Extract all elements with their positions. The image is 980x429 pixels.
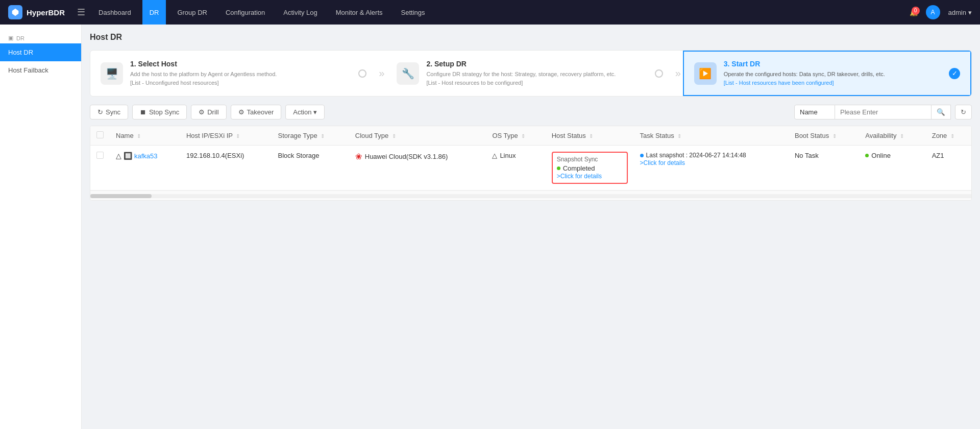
wizard-sep-1: » bbox=[377, 51, 386, 96]
host-vm-icon: 🔲 bbox=[124, 152, 132, 160]
sync-icon: ↻ bbox=[97, 108, 103, 116]
row-os-type-cell: △ Linux bbox=[486, 146, 545, 190]
name-sort-icon: ⇕ bbox=[137, 133, 141, 139]
zone-sort-icon: ⇕ bbox=[950, 133, 954, 139]
nav-group-dr[interactable]: Group DR bbox=[170, 0, 214, 25]
task-status-link[interactable]: >Click for details bbox=[640, 159, 685, 166]
wizard-step-3-title: 3. Start DR bbox=[724, 60, 942, 68]
col-host-status[interactable]: Host Status ⇕ bbox=[546, 126, 634, 146]
search-group: Name IP 🔍 bbox=[794, 105, 951, 120]
col-name[interactable]: Name ⇕ bbox=[110, 126, 180, 146]
nav-settings[interactable]: Settings bbox=[394, 0, 432, 25]
wizard-steps: 🖥️ 1. Select Host Add the host to the pl… bbox=[90, 50, 972, 97]
bell-badge: 0 bbox=[912, 7, 920, 15]
row-task-status-cell: Last snapshot : 2024-06-27 14:14:48 >Cli… bbox=[634, 146, 789, 190]
drill-icon: ⚙ bbox=[199, 108, 205, 116]
row-boot-status-cell: No Task bbox=[789, 146, 859, 190]
search-input[interactable] bbox=[835, 105, 932, 120]
host-status-dot bbox=[557, 166, 560, 170]
storage-sort-icon: ⇕ bbox=[321, 133, 325, 139]
host-status-sort-icon: ⇕ bbox=[589, 133, 593, 139]
action-button[interactable]: Action ▾ bbox=[285, 105, 325, 120]
sidebar-section-label: DR bbox=[16, 35, 24, 41]
nav-dr[interactable]: DR bbox=[142, 0, 166, 25]
row-name-cell: △ 🔲 kafka53 bbox=[110, 146, 180, 190]
host-name-link[interactable]: kafka53 bbox=[134, 152, 158, 160]
task-status-content: Last snapshot : 2024-06-27 14:14:48 >Cli… bbox=[640, 152, 782, 166]
user-chevron: ▾ bbox=[968, 9, 972, 16]
main-content: Host DR 🖥️ 1. Select Host Add the host t… bbox=[82, 25, 980, 429]
wizard-step-2-icon: 🔧 bbox=[397, 62, 419, 85]
host-status-label: Snapshot Sync bbox=[557, 156, 623, 163]
row-cloud-type-cell: ❀ Huawei Cloud(SDK v3.1.86) bbox=[349, 146, 486, 190]
col-checkbox bbox=[90, 126, 110, 146]
os-sort-icon: ⇕ bbox=[521, 133, 525, 139]
col-zone[interactable]: Zone ⇕ bbox=[926, 126, 971, 146]
user-menu[interactable]: admin ▾ bbox=[948, 9, 972, 16]
col-storage-type[interactable]: Storage Type ⇕ bbox=[272, 126, 349, 146]
wizard-step-1-icon: 🖥️ bbox=[101, 62, 123, 85]
row-host-ip-cell: 192.168.10.4(ESXi) bbox=[180, 146, 272, 190]
hamburger-menu[interactable]: ☰ bbox=[75, 5, 87, 20]
sync-button[interactable]: ↻ Sync bbox=[90, 105, 128, 120]
stop-sync-icon: ⏹ bbox=[140, 108, 146, 116]
col-task-status[interactable]: Task Status ⇕ bbox=[634, 126, 789, 146]
top-navigation: HyperBDR ☰ Dashboard DR Group DR Configu… bbox=[0, 0, 980, 25]
sidebar-item-host-dr[interactable]: Host DR bbox=[0, 43, 81, 61]
row-storage-type-cell: Block Storage bbox=[272, 146, 349, 190]
nav-configuration[interactable]: Configuration bbox=[218, 0, 272, 25]
row-checkbox[interactable] bbox=[96, 152, 104, 159]
data-table: Name ⇕ Host IP/ESXi IP ⇕ Storage Type ⇕ bbox=[90, 126, 972, 201]
boot-status-sort-icon: ⇕ bbox=[832, 133, 837, 139]
wizard-step-3[interactable]: ▶️ 3. Start DR Operate the configured ho… bbox=[683, 51, 971, 96]
horizontal-scrollbar[interactable] bbox=[90, 194, 971, 198]
logo-area: HyperBDR bbox=[8, 5, 65, 19]
col-os-type[interactable]: OS Type ⇕ bbox=[486, 126, 545, 146]
scroll-thumb[interactable] bbox=[90, 194, 152, 198]
stop-sync-button[interactable]: ⏹ Stop Sync bbox=[132, 105, 187, 120]
cloud-type-content: ❀ Huawei Cloud(SDK v3.1.86) bbox=[355, 152, 480, 161]
wizard-step-3-icon: ▶️ bbox=[694, 62, 717, 85]
username: admin bbox=[948, 9, 966, 16]
availability-sort-icon: ⇕ bbox=[900, 133, 904, 139]
host-os-icon: △ bbox=[116, 152, 121, 160]
nav-monitor-alerts[interactable]: Monitor & Alerts bbox=[329, 0, 390, 25]
refresh-button[interactable]: ↻ bbox=[955, 105, 972, 120]
linux-icon: △ bbox=[492, 152, 497, 159]
sidebar-item-host-failback[interactable]: Host Failback bbox=[0, 61, 81, 79]
page-title: Host DR bbox=[90, 33, 972, 42]
task-status-sort-icon: ⇕ bbox=[677, 133, 681, 139]
avatar: A bbox=[926, 5, 940, 19]
row-availability-cell: Online bbox=[859, 146, 925, 190]
takeover-icon: ⚙ bbox=[238, 108, 244, 116]
logo-text: HyperBDR bbox=[27, 8, 65, 17]
col-boot-status[interactable]: Boot Status ⇕ bbox=[789, 126, 859, 146]
col-availability[interactable]: Availability ⇕ bbox=[859, 126, 925, 146]
wizard-step-2-content: 2. Setup DR Configure DR strategy for th… bbox=[426, 60, 647, 87]
wizard-step-2-radio bbox=[655, 69, 663, 78]
wizard-step-2-title: 2. Setup DR bbox=[426, 60, 647, 68]
wizard-step-3-content: 3. Start DR Operate the configured hosts… bbox=[724, 60, 942, 87]
host-status-value: Completed bbox=[557, 164, 623, 172]
drill-button[interactable]: ⚙ Drill bbox=[191, 105, 226, 120]
table-row: △ 🔲 kafka53 192.168.10.4(ESXi) Block Sto… bbox=[90, 146, 971, 190]
sidebar-section: ▣ DR bbox=[0, 29, 81, 43]
header-checkbox[interactable] bbox=[96, 131, 104, 138]
col-cloud-type[interactable]: Cloud Type ⇕ bbox=[349, 126, 486, 146]
availability-value: Online bbox=[865, 152, 919, 159]
search-select[interactable]: Name IP bbox=[794, 105, 835, 120]
takeover-button[interactable]: ⚙ Takeover bbox=[231, 105, 282, 120]
wizard-step-1[interactable]: 🖥️ 1. Select Host Add the host to the pl… bbox=[90, 51, 377, 96]
bell-icon[interactable]: 🔔 0 bbox=[910, 9, 918, 16]
col-host-ip[interactable]: Host IP/ESXi IP ⇕ bbox=[180, 126, 272, 146]
sidebar-section-icon: ▣ bbox=[8, 35, 13, 41]
nav-dashboard[interactable]: Dashboard bbox=[91, 0, 138, 25]
nav-activity-log[interactable]: Activity Log bbox=[276, 0, 324, 25]
host-icons: △ 🔲 kafka53 bbox=[116, 152, 174, 160]
search-button[interactable]: 🔍 bbox=[932, 105, 951, 120]
wizard-sep-2: » bbox=[673, 51, 683, 96]
host-status-link[interactable]: >Click for details bbox=[557, 173, 602, 180]
wizard-step-3-check: ✓ bbox=[949, 68, 960, 79]
wizard-step-2[interactable]: 🔧 2. Setup DR Configure DR strategy for … bbox=[386, 51, 673, 96]
toolbar: ↻ Sync ⏹ Stop Sync ⚙ Drill ⚙ Takeover Ac… bbox=[90, 105, 972, 120]
